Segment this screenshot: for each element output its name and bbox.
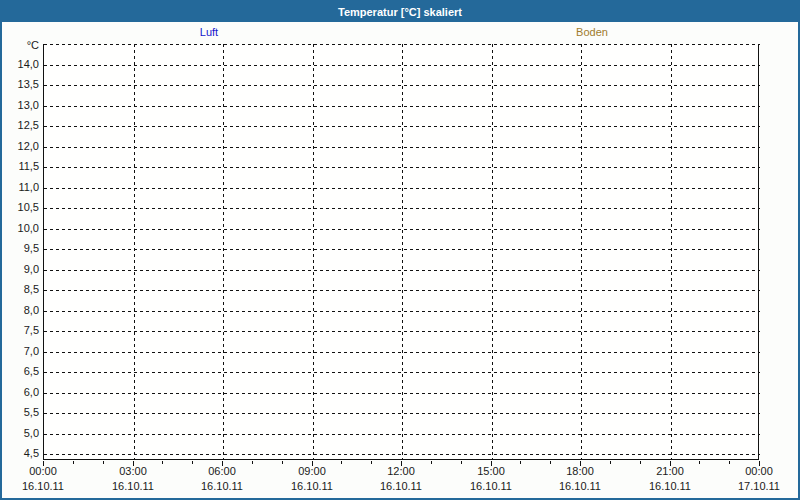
y-tick-label: 13,0 [2,99,39,112]
x-axis-tick [282,461,283,464]
y-tick-label: 8,0 [2,304,39,317]
y-axis-unit-label: °C [2,39,39,52]
x-tick-date-label: 16.10.11 [456,480,526,492]
y-tick-label: 5,0 [2,427,39,440]
y-tick-label: 10,0 [2,222,39,235]
y-tick-label: 7,0 [2,345,39,358]
x-tick-time-label: 12:00 [366,465,436,477]
v-gridline [671,44,672,460]
y-tick-label: 9,0 [2,263,39,276]
y-tick-label: 11,5 [2,160,39,173]
x-tick-date-label: 16.10.11 [366,480,436,492]
x-tick-date-label: 16.10.11 [545,480,615,492]
v-gridline [492,44,493,460]
y-tick-label: 11,0 [2,181,39,194]
x-tick-date-label: 16.10.11 [98,480,168,492]
v-gridline [402,44,403,460]
v-gridline [134,44,135,460]
y-tick-label: 6,5 [2,365,39,378]
y-tick-label: 12,5 [2,119,39,132]
x-tick-date-label: 16.10.11 [277,480,347,492]
x-tick-time-label: 15:00 [456,465,526,477]
x-tick-time-label: 00:00 [724,465,794,477]
v-gridline [313,44,314,460]
x-axis-tick [431,461,432,464]
y-tick-label: 13,5 [2,78,39,91]
x-axis-tick [192,461,193,464]
x-tick-time-label: 03:00 [98,465,168,477]
y-tick-label: 4,5 [2,447,39,460]
x-axis-tick [550,461,551,464]
x-axis-tick [73,461,74,464]
y-tick-label: 7,5 [2,324,39,337]
x-tick-time-label: 21:00 [635,465,705,477]
x-axis-tick [252,461,253,464]
x-axis-tick [610,461,611,464]
x-tick-date-label: 16.10.11 [187,480,257,492]
legend-item-boden: Boden [576,26,608,39]
x-tick-time-label: 06:00 [187,465,257,477]
v-gridline [223,44,224,460]
y-tick-label: 10,5 [2,201,39,214]
x-axis-tick [699,461,700,464]
x-axis-tick [461,461,462,464]
x-axis-tick [162,461,163,464]
x-tick-date-label: 16.10.11 [635,480,705,492]
x-axis-tick [341,461,342,464]
x-axis-tick [103,461,104,464]
y-tick-label: 6,0 [2,386,39,399]
x-tick-time-label: 09:00 [277,465,347,477]
x-tick-date-label: 16.10.11 [8,480,78,492]
legend-item-luft: Luft [200,26,218,39]
x-axis-tick [371,461,372,464]
x-axis-tick [520,461,521,464]
x-tick-date-label: 17.10.11 [724,480,794,492]
x-tick-time-label: 18:00 [545,465,615,477]
x-axis-tick [640,461,641,464]
v-gridline [581,44,582,460]
y-tick-label: 8,5 [2,283,39,296]
chart-title: Temperatur [°C] skaliert [338,6,462,18]
plot-area [43,44,759,460]
y-tick-label: 12,0 [2,140,39,153]
y-tick-label: 9,5 [2,242,39,255]
y-tick-label: 5,5 [2,406,39,419]
title-bar: Temperatur [°C] skaliert [2,2,798,22]
x-tick-time-label: 00:00 [8,465,78,477]
y-tick-label: 14,0 [2,58,39,71]
x-axis-tick [729,461,730,464]
chart-window: Temperatur [°C] skaliert Luft Boden °C 1… [0,0,800,500]
